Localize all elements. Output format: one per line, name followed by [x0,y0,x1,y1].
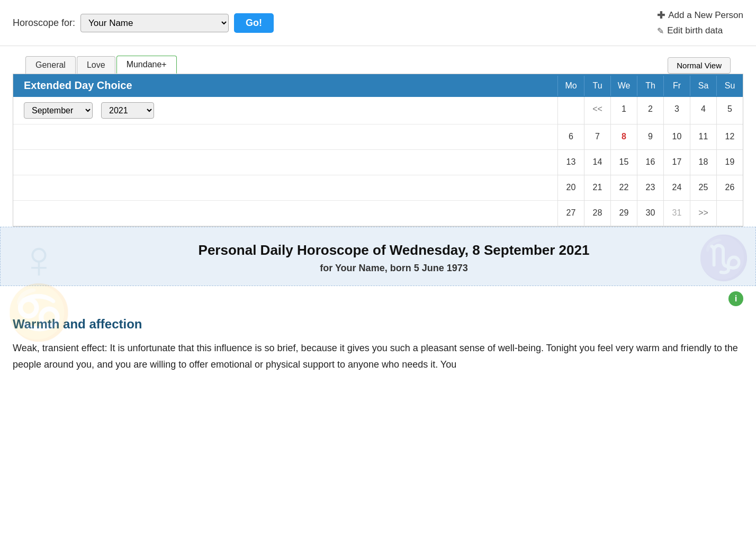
day-head-th: Th [637,76,663,96]
top-bar: Horoscope for: Your Name Go! ✚ Add a New… [0,0,756,46]
cal-cell-4[interactable]: 4 [690,97,716,124]
cal-cell-18[interactable]: 18 [690,150,716,175]
cal-cell-7[interactable]: 7 [584,124,610,150]
cal-cell-9[interactable]: 9 [637,124,663,150]
calendar-header-row: Extended Day Choice Mo Tu We Th Fr Sa Su [13,74,743,97]
cal-week-2: 6 7 8 9 10 11 12 [13,124,743,150]
top-right-actions: ✚ Add a New Person ✎ Edit birth data [657,10,743,36]
name-select[interactable]: Your Name [80,14,229,32]
cal-cell-24[interactable]: 24 [663,175,690,201]
cal-cell-31[interactable]: 31 [663,201,690,226]
cal-row-2-right: 6 7 8 9 10 11 12 [557,124,743,150]
cal-cell-29[interactable]: 29 [610,201,637,226]
cal-row-5-right: 27 28 29 30 31 >> [557,201,743,226]
month-select[interactable]: September JanuaryFebruaryMarch AprilMayJ… [24,102,93,119]
month-year-selectors: September JanuaryFebruaryMarch AprilMayJ… [13,97,557,124]
horoscope-label: Horoscope for: [13,17,75,29]
horoscope-subtitle: for Your Name, born 5 June 1973 [53,263,734,274]
cal-cell-15[interactable]: 15 [610,150,637,175]
cal-row-4-left [13,175,557,201]
cal-cell-empty-su [716,201,743,226]
tab-love[interactable]: Love [77,56,115,74]
cal-cell-23[interactable]: 23 [637,175,663,201]
tab-general[interactable]: General [25,56,76,74]
cal-cell-next[interactable]: >> [690,201,716,226]
cal-cell-8[interactable]: 8 [610,124,637,150]
cal-cell-20[interactable]: 20 [557,175,584,201]
cal-cell-17[interactable]: 17 [663,150,690,175]
cal-cell-12[interactable]: 12 [716,124,743,150]
cal-row-5-left [13,201,557,226]
cal-row-3-right: 13 14 15 16 17 18 19 [557,150,743,175]
plus-icon: ✚ [657,10,665,21]
info-button[interactable]: i [728,291,743,306]
cal-cell-11[interactable]: 11 [690,124,716,150]
cal-week-5: 27 28 29 30 31 >> [13,201,743,226]
tabs-row: General Love Mundane+ Normal View [13,46,743,74]
cal-cell-13[interactable]: 13 [557,150,584,175]
day-head-tu: Tu [584,76,610,96]
calendar-section: Extended Day Choice Mo Tu We Th Fr Sa Su… [13,74,743,227]
day-headers: Mo Tu We Th Fr Sa Su [557,76,743,96]
cal-cell-5[interactable]: 5 [716,97,743,124]
section-title: Warmth and affection [13,317,743,332]
cal-cell-21[interactable]: 21 [584,175,610,201]
cal-row-4-right: 20 21 22 23 24 25 26 [557,175,743,201]
horoscope-title: Personal Daily Horoscope of Wednesday, 8… [53,242,734,258]
cal-cell-19[interactable]: 19 [716,150,743,175]
cal-row-2-left [13,124,557,150]
year-select[interactable]: 2021 2019202020222023 [101,102,154,119]
cal-cell-26[interactable]: 26 [716,175,743,201]
cal-week-3: 13 14 15 16 17 18 19 [13,150,743,175]
go-button[interactable]: Go! [234,13,274,33]
cal-cell-2[interactable]: 2 [637,97,663,124]
info-row: i [0,286,756,307]
edit-icon: ✎ [657,26,664,36]
day-head-fr: Fr [663,76,690,96]
day-head-su: Su [716,76,743,96]
cal-cell-14[interactable]: 14 [584,150,610,175]
cal-cell-10[interactable]: 10 [663,124,690,150]
tab-mundane[interactable]: Mundane+ [116,56,177,74]
cal-cell-16[interactable]: 16 [637,150,663,175]
cal-cell-22[interactable]: 22 [610,175,637,201]
cal-row-3-left [13,150,557,175]
calendar-month-year-row: September JanuaryFebruaryMarch AprilMayJ… [13,97,743,124]
calendar-top-wrapper: General Love Mundane+ Normal View Extend… [0,46,756,227]
cal-cell-empty-mo [557,97,584,124]
day-head-mo: Mo [557,76,584,96]
edit-birth-link[interactable]: ✎ Edit birth data [657,25,723,36]
cal-row-1: << 1 2 3 4 5 [557,97,743,124]
cal-cell-6[interactable]: 6 [557,124,584,150]
section-paragraph: Weak, transient effect: It is unfortunat… [13,340,743,372]
cal-cell-25[interactable]: 25 [690,175,716,201]
cal-cell-3[interactable]: 3 [663,97,690,124]
cal-week-4: 20 21 22 23 24 25 26 [13,175,743,201]
tabs-left: General Love Mundane+ [25,56,178,74]
cal-cell-27[interactable]: 27 [557,201,584,226]
cal-cell-1[interactable]: 1 [610,97,637,124]
day-head-we: We [610,76,637,96]
cal-cell-prev[interactable]: << [584,97,610,124]
content-area: Warmth and affection Weak, transient eff… [0,307,756,388]
cal-cell-28[interactable]: 28 [584,201,610,226]
cal-cell-30[interactable]: 30 [637,201,663,226]
horoscope-for-section: Horoscope for: Your Name Go! [13,13,274,33]
add-person-link[interactable]: ✚ Add a New Person [657,10,743,21]
extended-day-title: Extended Day Choice [13,74,557,97]
normal-view-button[interactable]: Normal View [668,57,731,74]
day-head-sa: Sa [690,76,716,96]
horoscope-banner: ♀♋ ♑ Personal Daily Horoscope of Wednesd… [0,227,756,286]
